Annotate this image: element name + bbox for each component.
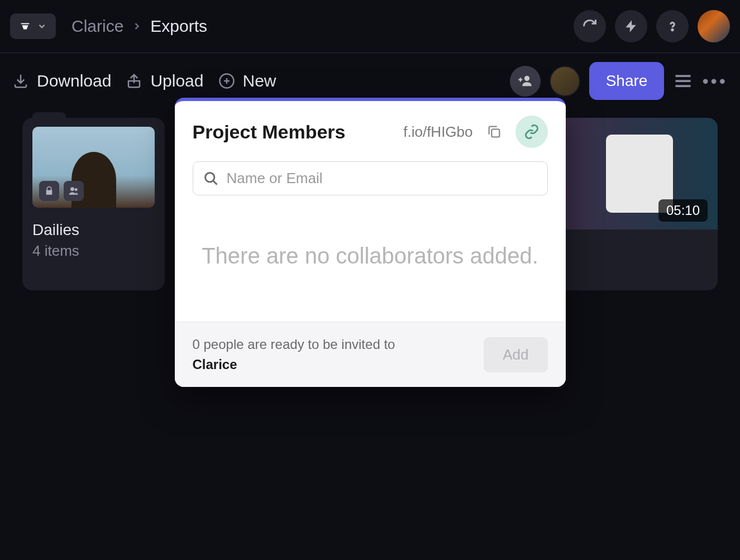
modal-share-link[interactable]: f.io/fHIGbo (403, 123, 472, 141)
modal-body: There are no collaborators added. (175, 207, 566, 322)
svg-point-5 (205, 173, 214, 181)
modal-header: Project Members f.io/fHIGbo (175, 101, 566, 154)
search-box[interactable] (193, 161, 548, 195)
svg-rect-4 (491, 129, 499, 137)
footer-invite-count: 0 people are ready to be invited to (193, 337, 395, 352)
copy-icon (486, 124, 502, 140)
project-members-modal: Project Members f.io/fHIGbo There are no… (175, 98, 566, 387)
modal-title: Project Members (193, 121, 346, 143)
footer-project-name: Clarice (193, 357, 237, 372)
add-button[interactable]: Add (484, 337, 547, 372)
link-settings-button[interactable] (515, 116, 548, 148)
footer-text: 0 people are ready to be invited to Clar… (193, 334, 395, 375)
modal-overlay[interactable]: Project Members f.io/fHIGbo There are no… (0, 0, 740, 560)
search-icon (203, 171, 219, 186)
empty-state-text: There are no collaborators added. (197, 240, 543, 271)
copy-link-button[interactable] (483, 121, 505, 143)
search-input[interactable] (227, 170, 537, 187)
link-icon (524, 124, 540, 140)
modal-search-row (175, 154, 566, 207)
modal-footer: 0 people are ready to be invited to Clar… (175, 322, 566, 387)
